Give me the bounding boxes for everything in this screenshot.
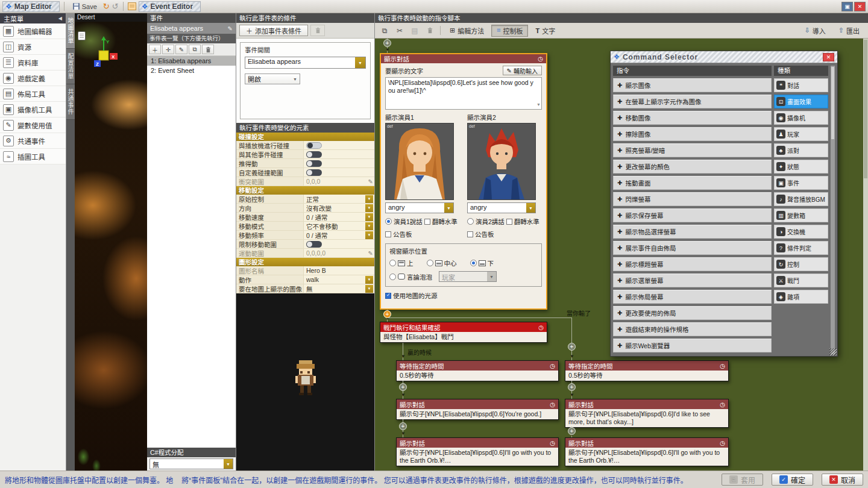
- paste-command-button[interactable]: [408, 25, 421, 36]
- vertical-tab[interactable]: 共通事件: [66, 84, 75, 120]
- collide-events-toggle[interactable]: [306, 151, 322, 158]
- switch-state-select[interactable]: 開啟: [245, 74, 300, 84]
- sidebar-menu-item[interactable]: ◉遊戲定義: [0, 70, 66, 86]
- actor1-flip-checkbox[interactable]: [424, 219, 430, 225]
- motion-dropdown[interactable]: walk: [303, 275, 374, 284]
- collide-player-toggle[interactable]: [306, 142, 322, 149]
- custom-range-toggle[interactable]: [306, 169, 322, 176]
- command-item[interactable]: ✚顯示佈局螢幕: [613, 290, 772, 304]
- command-item[interactable]: ✚顯示標題螢幕: [613, 257, 772, 271]
- command-item[interactable]: ✚搖動畫面: [613, 176, 772, 190]
- ok-button[interactable]: 確定: [772, 474, 813, 486]
- category-item[interactable]: ◉攝像机: [774, 111, 828, 125]
- map-editor-tab[interactable]: Map Editor: [2, 1, 60, 12]
- command-item[interactable]: ✚照亮螢幕/變暗: [613, 143, 772, 157]
- category-item[interactable]: ♣派對: [774, 143, 828, 157]
- category-item[interactable]: ♪聲音播放BGM: [774, 192, 828, 206]
- cancel-button[interactable]: 取消: [822, 474, 863, 486]
- position-bottom-radio[interactable]: [470, 260, 477, 266]
- text-mode-button[interactable]: 文字: [530, 25, 561, 37]
- command-item[interactable]: ✚展示事件自由佈局: [613, 241, 772, 255]
- show-dialogue-node[interactable]: 顯示對話 顯示句子[¥NPL[Elisabeta]¥lipspd[0.6]I'd…: [565, 399, 729, 428]
- actor2-emotion-select[interactable]: angry: [467, 202, 536, 213]
- map-image-dropdown[interactable]: 無: [303, 284, 374, 293]
- command-item[interactable]: ✚擦除圖像: [613, 127, 772, 141]
- show-dialogue-node[interactable]: 顯示對話 顯示句子[¥NPL[Elisabeta]¥lipspd[0.6]I'l…: [396, 437, 559, 466]
- redo-icon[interactable]: [103, 2, 110, 11]
- command-item[interactable]: ✚顯示Web瀏覽器: [613, 339, 772, 352]
- command-item[interactable]: ✚移動圖像: [613, 111, 772, 125]
- setting-dropdown[interactable]: 0 / 通常: [303, 231, 374, 239]
- insert-command-node-button[interactable]: [568, 427, 576, 435]
- copy-command-button[interactable]: [378, 25, 391, 36]
- insert-command-node-button-active[interactable]: [383, 310, 391, 318]
- command-item[interactable]: ✚閃爍螢幕: [613, 192, 772, 206]
- event-sheet-list-item[interactable]: 1: Elisabeta appears: [147, 56, 236, 66]
- actor1-emotion-select[interactable]: angry: [385, 202, 454, 213]
- category-item[interactable]: ?條件判定: [774, 241, 828, 255]
- add-sheet-button[interactable]: [149, 45, 161, 54]
- wait-node[interactable]: 等待指定的時間 0.5秒的等待: [565, 360, 729, 381]
- limit-range-toggle[interactable]: [306, 241, 322, 248]
- apply-button[interactable]: ⎘ 套用: [722, 474, 763, 486]
- show-dialogue-node-selected[interactable]: 顯示對話 要顯示的文字 輔助輸入 \NPL[Elisabeta]\lipspd[…: [380, 53, 547, 310]
- category-item[interactable]: ▣事件: [774, 176, 828, 190]
- sidebar-menu-item[interactable]: ☰資料庫: [0, 55, 66, 70]
- assist-input-button[interactable]: 輔助輸入: [503, 66, 542, 75]
- rename-event-icon[interactable]: [228, 25, 233, 32]
- scroll-down-icon[interactable]: ▼: [536, 101, 541, 108]
- bubble-target-select[interactable]: 玩家: [439, 271, 497, 282]
- sidebar-menu-item[interactable]: ◫資源: [0, 39, 66, 55]
- setting-dropdown[interactable]: 正常: [303, 195, 374, 203]
- import-button[interactable]: 導入: [799, 25, 831, 37]
- sidebar-menu-item[interactable]: ⚙共通事件: [0, 133, 66, 149]
- command-item[interactable]: ✚在螢幕上顯示字元作為圖像: [613, 95, 772, 108]
- collapse-sidebar-icon[interactable]: [58, 16, 62, 21]
- command-item[interactable]: ✚更改螢幕的顏色: [613, 160, 772, 174]
- close-window-button[interactable]: [854, 2, 866, 11]
- event-editor-tab[interactable]: Event Editor: [139, 1, 201, 12]
- sidebar-menu-item[interactable]: ▤佈局工具: [0, 86, 66, 102]
- delete-condition-button[interactable]: [310, 25, 325, 36]
- category-item[interactable]: ↻控制: [774, 257, 828, 271]
- setting-dropdown[interactable]: 它不會移動: [303, 222, 374, 230]
- edit-range-icon[interactable]: [368, 250, 373, 257]
- delete-sheet-button[interactable]: [202, 45, 214, 54]
- cut-command-button[interactable]: [393, 25, 406, 36]
- command-item[interactable]: ✚遊戲結束時的操作規格: [613, 322, 772, 336]
- command-item[interactable]: ✚顯示選單螢幕: [613, 274, 772, 287]
- save-button[interactable]: Save: [69, 1, 101, 12]
- sidebar-menu-item[interactable]: ▦地圖編輯器: [0, 23, 66, 39]
- actor2-portrait[interactable]: def: [467, 123, 536, 200]
- actor1-portrait[interactable]: def: [385, 123, 454, 200]
- insert-command-node-button[interactable]: [399, 422, 407, 430]
- actor1-board-checkbox[interactable]: [385, 231, 391, 237]
- command-item[interactable]: ✚顯示保存螢幕: [613, 208, 772, 222]
- speech-bubble-radio[interactable]: [389, 274, 396, 280]
- event-switch-select[interactable]: Elisabeta appears: [245, 57, 366, 69]
- category-item[interactable]: ❝對話: [774, 78, 828, 92]
- insert-command-node-button[interactable]: [383, 39, 391, 47]
- position-top-radio[interactable]: [389, 260, 396, 266]
- delete-command-button[interactable]: [423, 25, 436, 36]
- command-selector-titlebar[interactable]: Command Selector: [611, 51, 837, 63]
- edit-range-icon[interactable]: [368, 178, 373, 185]
- sidebar-menu-item[interactable]: ✎變數使用值: [0, 117, 66, 133]
- insert-command-node-button[interactable]: [568, 343, 576, 351]
- actor2-flip-checkbox[interactable]: [506, 219, 512, 225]
- vertical-tab[interactable]: 配置清單: [66, 49, 75, 84]
- export-button[interactable]: 匯出: [833, 25, 865, 37]
- sidebar-menu-item[interactable]: ▣攝像机工具: [0, 102, 66, 117]
- category-item[interactable]: ♟玩家: [774, 127, 828, 141]
- command-item[interactable]: ✚顯示圖像: [613, 78, 772, 92]
- transform-gizmo[interactable]: Y X Z: [88, 36, 122, 72]
- vertical-tab[interactable]: 地圖清單: [66, 13, 75, 49]
- category-item[interactable]: ⊡畫面效果: [774, 95, 828, 108]
- category-item[interactable]: ▥變數箱: [774, 208, 828, 222]
- event-sheet-list-item[interactable]: 2: Event Sheet: [147, 66, 236, 75]
- flowchart-canvas[interactable]: 顯示對話 要顯示的文字 輔助輸入 \NPL[Elisabeta]\lipspd[…: [375, 39, 868, 471]
- wait-node[interactable]: 等待指定的時間 0.5秒的等待: [396, 360, 559, 381]
- canvas-scrollbar[interactable]: [863, 39, 868, 471]
- message-textarea[interactable]: \NPL[Elisabeta]\lipspd[0.6]Let's just se…: [385, 77, 542, 110]
- actor1-speaks-radio[interactable]: [385, 218, 392, 225]
